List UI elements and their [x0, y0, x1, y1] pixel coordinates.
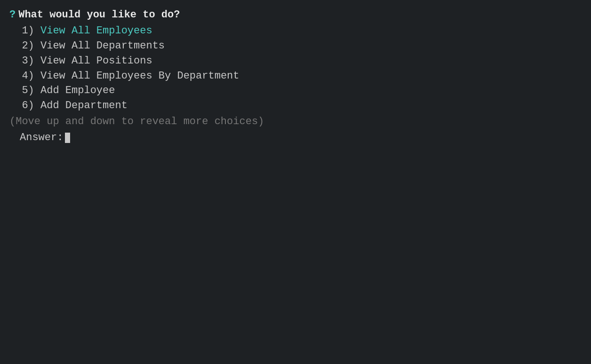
list-item[interactable]: 2) View All Departments	[9, 39, 582, 54]
list-item[interactable]: 4) View All Employees By Department	[9, 69, 582, 84]
item-label-5: Add Employee	[40, 83, 115, 98]
item-label-3: View All Positions	[40, 54, 152, 69]
terminal-window: ? What would you like to do? 1) View All…	[9, 8, 582, 145]
answer-line: Answer:	[9, 130, 582, 145]
item-number-5: 5)	[9, 83, 40, 98]
item-number-3: 3)	[9, 54, 40, 69]
text-cursor[interactable]	[65, 133, 70, 143]
item-label-4: View All Employees By Department	[40, 69, 239, 84]
prompt-line: ? What would you like to do?	[9, 8, 582, 23]
answer-label: Answer:	[20, 130, 63, 145]
list-item[interactable]: 1) View All Employees	[9, 24, 582, 39]
item-number-2: 2)	[9, 39, 40, 54]
item-label-6: Add Department	[40, 98, 128, 113]
hint-text: (Move up and down to reveal more choices…	[9, 114, 582, 129]
item-label-1: View All Employees	[40, 24, 152, 39]
item-label-2: View All Departments	[40, 39, 165, 54]
item-number-6: 6)	[9, 98, 40, 113]
list-item[interactable]: 6) Add Department	[9, 98, 582, 113]
item-number-1: 1)	[9, 24, 40, 39]
list-item[interactable]: 3) View All Positions	[9, 54, 582, 69]
list-item[interactable]: 5) Add Employee	[9, 83, 582, 98]
item-number-4: 4)	[9, 69, 40, 84]
question-text: What would you like to do?	[18, 8, 180, 23]
question-mark-icon: ?	[9, 8, 16, 23]
